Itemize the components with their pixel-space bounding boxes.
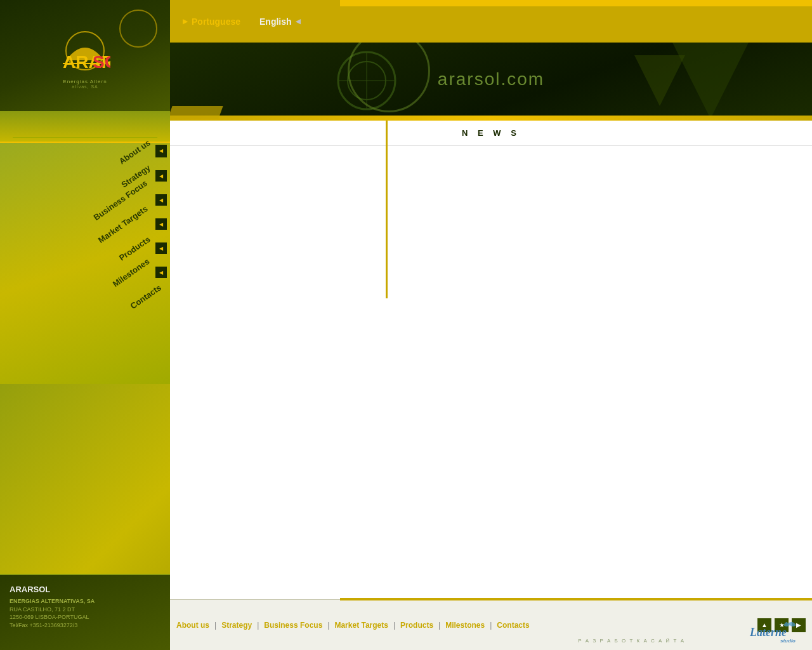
bottom-nav-sep1: |	[214, 621, 216, 630]
language-bar: Portuguese English	[170, 0, 812, 43]
lang-portuguese-button[interactable]: Portuguese	[183, 17, 240, 27]
sidebar-item-contacts[interactable]: Contacts	[0, 284, 170, 308]
bottom-nav-contacts[interactable]: Contacts	[497, 621, 529, 630]
sidebar-footer: ARARSOL ENERGIAS ALTERNATIVAS, SA RUA CA…	[0, 574, 170, 650]
sidebar: ARAR SOL Energias Altern ativas, SA ◀ Ab…	[0, 0, 170, 650]
dev-logo-text: Laterne studio	[749, 620, 799, 648]
logo-icon: ARAR SOL	[60, 22, 110, 73]
bottom-nav-sep2: |	[257, 621, 259, 630]
company-address: ENERGIAS ALTERNATIVAS, SA RUA CASTILHO, …	[10, 597, 160, 629]
sidebar-decoration	[0, 111, 170, 143]
sidebar-item-market-targets[interactable]: Market Targets ◀	[0, 212, 170, 236]
bottom-nav-milestones[interactable]: Milestones	[445, 621, 485, 630]
bottom-nav-about-us[interactable]: About us	[176, 621, 209, 630]
svg-text:SOL: SOL	[93, 52, 110, 72]
sidebar-item-milestones[interactable]: Milestones ◀	[0, 260, 170, 284]
svg-text:studio: studio	[780, 638, 796, 644]
bottom-nav-strategy[interactable]: Strategy	[221, 621, 252, 630]
nav-arrow-milestones[interactable]: ◀	[155, 267, 167, 278]
bottom-nav-sep6: |	[490, 621, 492, 630]
company-name: ARARSOL	[10, 585, 160, 594]
bottom-nav-sep4: |	[393, 621, 395, 630]
dev-credit: Р А З Р А Б О Т К А С А Й Т А	[578, 638, 685, 644]
news-title-label: N E W S	[462, 128, 520, 138]
news-content-area: N E W S	[170, 121, 812, 599]
bottom-yellow-strip	[340, 598, 812, 600]
nav-arrow-market-targets[interactable]: ◀	[155, 218, 167, 230]
header-target-decoration	[329, 49, 405, 112]
logo-tagline: Energias Altern ativas, SA	[63, 79, 107, 89]
site-url: ararsol.com	[438, 69, 544, 90]
nav-arrow-products[interactable]: ◀	[155, 242, 167, 254]
bottom-nav-sep5: |	[438, 621, 440, 630]
yellow-vertical-line	[386, 121, 388, 298]
nav-arrow-business-focus[interactable]: ◀	[155, 194, 167, 206]
nav-arrow-strategy[interactable]: ◀	[155, 170, 167, 182]
nav-menu: About us ◀ Strategy ◀ Business Focus ◀ M…	[0, 140, 170, 308]
yellow-accent-bar	[170, 116, 812, 121]
bottom-nav-market-targets[interactable]: Market Targets	[334, 621, 388, 630]
top-yellow-strip	[340, 0, 812, 6]
header-triangle2-decoration	[634, 55, 685, 106]
bottom-nav-business-focus[interactable]: Business Focus	[264, 621, 322, 630]
logo-circle-decoration	[119, 10, 157, 48]
content-section: N E W S N E W S	[170, 121, 812, 599]
bottom-nav-products[interactable]: Products	[400, 621, 433, 630]
bottom-nav: About us | Strategy | Business Focus | M…	[170, 599, 812, 650]
lang-english-button[interactable]: English	[259, 17, 301, 27]
bottom-nav-sep3: |	[327, 621, 329, 630]
dev-logo: Laterne studio	[749, 621, 799, 647]
header-banner: ararsol.com	[170, 43, 812, 116]
nav-expand-arrow[interactable]: ◀	[155, 145, 167, 156]
logo-area: ARAR SOL Energias Altern ativas, SA	[0, 0, 170, 111]
sidebar-item-about-us[interactable]: About us ◀	[0, 140, 170, 164]
main-content: Portuguese English ararsol.com	[170, 0, 812, 650]
svg-text:Laterne: Laterne	[749, 626, 787, 639]
